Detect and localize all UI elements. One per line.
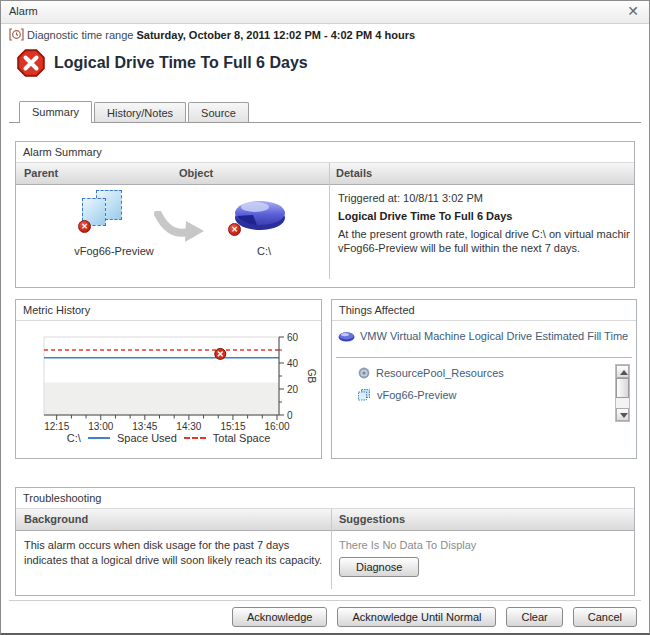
metric-history-title: Metric History: [16, 300, 321, 321]
suggestions-empty-text: There Is No Data To Display: [339, 539, 476, 551]
svg-text:12:15: 12:15: [44, 421, 69, 432]
error-octagon-icon: [17, 49, 45, 77]
list-item-resource-pool[interactable]: ResourcePool_Resources: [358, 367, 504, 379]
svg-text:40: 40: [287, 358, 299, 369]
alarm-summary-panel: Alarm Summary Parent Object Details ✕ vF…: [15, 141, 635, 288]
svg-text:15:15: 15:15: [220, 421, 245, 432]
alarm-description: At the present growth rate, logical driv…: [338, 227, 630, 255]
svg-text:14:30: 14:30: [176, 421, 201, 432]
legend-prefix: C:\: [67, 432, 81, 444]
alarm-name: Logical Drive Time To Full 6 Days: [338, 210, 630, 222]
vertical-scrollbar[interactable]: [615, 364, 630, 422]
object-label: C:\: [214, 245, 314, 257]
drive-small-icon: [338, 331, 355, 342]
svg-text:0: 0: [287, 410, 293, 421]
svg-text:GB: GB: [306, 369, 317, 384]
time-range-value: Saturday, October 8, 2011 12:02 PM - 4:0…: [136, 29, 415, 41]
diagnose-button[interactable]: Diagnose: [339, 557, 419, 577]
affected-alarm-type-label: VMW Virtual Machine Logical Drive Estima…: [360, 330, 628, 342]
column-details: Details: [336, 167, 372, 179]
acknowledge-button[interactable]: Acknowledge: [232, 607, 327, 627]
things-affected-title: Things Affected: [332, 300, 636, 321]
total-space-line-sample: [184, 437, 206, 439]
parent-to-object-arrow-icon: [154, 211, 206, 245]
window-title: Alarm: [9, 5, 38, 17]
divider: [336, 357, 632, 358]
tab-source[interactable]: Source: [188, 102, 249, 122]
scroll-up-button[interactable]: [616, 365, 629, 378]
scroll-down-button[interactable]: [616, 408, 629, 421]
error-badge-icon: ✕: [228, 223, 241, 236]
tab-history-notes[interactable]: History/Notes: [94, 102, 186, 122]
time-range-clock-icon: [9, 28, 24, 41]
legend-total-space: Total Space: [213, 432, 270, 444]
chart-legend: C:\ Space Used Total Space: [16, 432, 321, 444]
title-bar: Alarm ✕: [1, 1, 649, 24]
resource-pool-icon: [358, 367, 370, 379]
list-item-virtual-machine[interactable]: vFog66-Preview: [358, 389, 456, 401]
error-badge-icon: ✕: [78, 220, 91, 233]
svg-text:13:00: 13:00: [88, 421, 113, 432]
svg-text:13:45: 13:45: [132, 421, 157, 432]
virtual-machine-icon: ✕: [82, 190, 128, 232]
alarm-dialog: Alarm ✕ Diagnostic time range Saturday, …: [0, 0, 650, 635]
parent-object-label: vFog66-Preview: [34, 245, 194, 257]
close-icon[interactable]: ✕: [627, 3, 639, 19]
column-parent: Parent: [24, 167, 58, 179]
page-title: Logical Drive Time To Full 6 Days: [54, 54, 308, 72]
suggestions-column-divider: [331, 509, 332, 589]
legend-space-used: Space Used: [117, 432, 177, 444]
column-suggestions: Suggestions: [339, 513, 405, 525]
alarm-summary-title: Alarm Summary: [16, 142, 634, 163]
svg-text:60: 60: [287, 332, 299, 343]
details-cell: Triggered at: 10/8/11 3:02 PM Logical Dr…: [338, 189, 630, 255]
virtual-machine-small-icon: [358, 389, 371, 401]
cancel-button[interactable]: Cancel: [573, 607, 637, 627]
acknowledge-until-normal-button[interactable]: Acknowledge Until Normal: [337, 607, 496, 627]
diagnostic-time-range: Diagnostic time range Saturday, October …: [9, 28, 415, 41]
metric-history-chart: 0204060GB12:1513:0013:4514:3015:1516:00: [20, 324, 320, 432]
svg-text:20: 20: [287, 384, 299, 395]
metric-history-panel: Metric History 0204060GB12:1513:0013:451…: [15, 299, 322, 459]
column-background: Background: [24, 513, 88, 525]
alarm-summary-content: ✕ vFog66-Preview ✕ C:\: [16, 185, 634, 287]
things-affected-panel: Things Affected VMW Virtual Machine Logi…: [331, 299, 637, 459]
footer-button-bar: Acknowledge Acknowledge Until Normal Cle…: [232, 607, 637, 627]
tab-summary[interactable]: Summary: [19, 101, 92, 123]
time-range-label: Diagnostic time range: [27, 29, 133, 41]
svg-text:16:00: 16:00: [264, 421, 289, 432]
alarm-summary-column-header: Parent Object Details: [16, 163, 634, 185]
clear-button[interactable]: Clear: [506, 607, 562, 627]
troubleshooting-panel: Troubleshooting Background Suggestions T…: [15, 487, 635, 596]
space-used-line-sample: [88, 437, 110, 439]
affected-alarm-type[interactable]: VMW Virtual Machine Logical Drive Estima…: [338, 330, 628, 342]
troubleshooting-column-header: Background Suggestions: [16, 509, 634, 531]
list-item-label: ResourcePool_Resources: [376, 367, 504, 379]
alarm-header: Logical Drive Time To Full 6 Days: [17, 49, 308, 77]
background-text: This alarm occurs when disk usage for th…: [24, 538, 324, 568]
column-object: Object: [179, 167, 213, 179]
scrollbar-thumb[interactable]: [616, 378, 629, 398]
footer-divider: [9, 600, 641, 601]
tab-strip: Summary History/Notes Source: [9, 101, 641, 123]
triggered-at: Triggered at: 10/8/11 3:02 PM: [338, 192, 630, 204]
list-item-label: vFog66-Preview: [377, 389, 456, 401]
troubleshooting-title: Troubleshooting: [16, 488, 634, 509]
